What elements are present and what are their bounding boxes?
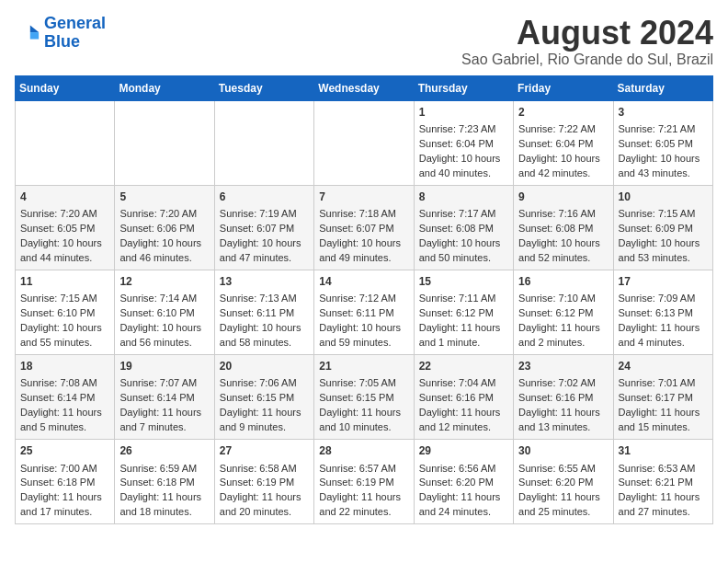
calendar-cell: 28Sunrise: 6:57 AMSunset: 6:19 PMDayligh…	[314, 440, 414, 524]
day-info: Sunset: 6:04 PM	[518, 137, 608, 152]
day-info: and 18 minutes.	[119, 505, 209, 520]
day-info: Sunrise: 7:02 AM	[518, 376, 608, 391]
calendar-cell: 27Sunrise: 6:58 AMSunset: 6:19 PMDayligh…	[214, 440, 313, 524]
day-number: 27	[220, 443, 309, 459]
calendar-cell: 19Sunrise: 7:07 AMSunset: 6:14 PMDayligh…	[115, 355, 214, 440]
logo-icon	[15, 20, 40, 46]
day-info: Sunset: 6:20 PM	[419, 476, 508, 490]
day-info: and 10 minutes.	[319, 420, 408, 435]
day-number: 10	[619, 190, 708, 205]
header-cell-friday: Friday	[514, 75, 613, 100]
day-number: 16	[518, 274, 608, 290]
day-info: Sunset: 6:21 PM	[619, 476, 708, 490]
day-info: Sunset: 6:11 PM	[319, 306, 408, 321]
day-info: Sunrise: 7:21 AM	[619, 122, 708, 137]
header-cell-thursday: Thursday	[414, 75, 513, 100]
calendar-cell: 7Sunrise: 7:18 AMSunset: 6:07 PMDaylight…	[314, 185, 414, 270]
day-info: Daylight: 10 hours	[619, 236, 708, 251]
day-info: Daylight: 11 hours	[319, 406, 408, 420]
day-info: Daylight: 11 hours	[220, 406, 309, 420]
day-info: Sunrise: 7:08 AM	[20, 376, 109, 391]
calendar-title: August 2024	[461, 15, 713, 52]
day-info: and 20 minutes.	[220, 505, 309, 520]
day-info: and 47 minutes.	[220, 251, 309, 266]
calendar-cell: 2Sunrise: 7:22 AMSunset: 6:04 PMDaylight…	[514, 100, 613, 185]
day-info: Sunset: 6:09 PM	[619, 222, 708, 236]
day-info: Sunrise: 7:00 AM	[20, 462, 109, 477]
day-info: Sunset: 6:08 PM	[518, 222, 608, 236]
day-number: 14	[319, 274, 408, 290]
day-info: Sunrise: 7:17 AM	[419, 207, 508, 222]
day-info: and 9 minutes.	[220, 420, 309, 435]
calendar-cell	[314, 100, 414, 185]
calendar-cell: 26Sunrise: 6:59 AMSunset: 6:18 PMDayligh…	[115, 440, 214, 524]
calendar-cell: 25Sunrise: 7:00 AMSunset: 6:18 PMDayligh…	[16, 440, 115, 524]
day-info: Sunrise: 7:07 AM	[119, 376, 209, 391]
day-info: Sunset: 6:07 PM	[220, 222, 309, 236]
day-info: Sunset: 6:19 PM	[319, 476, 408, 490]
day-number: 21	[319, 359, 408, 374]
day-info: Sunset: 6:05 PM	[20, 222, 109, 236]
day-number: 30	[518, 443, 608, 459]
day-info: Sunset: 6:14 PM	[20, 391, 109, 406]
day-number: 5	[119, 190, 209, 205]
calendar-cell	[214, 100, 313, 185]
day-info: Sunrise: 7:18 AM	[319, 207, 408, 222]
day-number: 20	[220, 359, 309, 374]
day-info: and 53 minutes.	[619, 251, 708, 266]
day-number: 7	[319, 190, 408, 205]
calendar-cell: 22Sunrise: 7:04 AMSunset: 6:16 PMDayligh…	[414, 355, 513, 440]
calendar-cell: 30Sunrise: 6:55 AMSunset: 6:20 PMDayligh…	[514, 440, 613, 524]
day-number: 2	[518, 105, 608, 121]
day-info: and 15 minutes.	[619, 420, 708, 435]
day-info: Sunrise: 7:04 AM	[419, 376, 508, 391]
day-info: and 46 minutes.	[119, 251, 209, 266]
calendar-cell: 12Sunrise: 7:14 AMSunset: 6:10 PMDayligh…	[115, 270, 214, 354]
day-info: Daylight: 11 hours	[419, 490, 508, 505]
calendar-cell: 10Sunrise: 7:15 AMSunset: 6:09 PMDayligh…	[613, 185, 712, 270]
calendar-cell: 16Sunrise: 7:10 AMSunset: 6:12 PMDayligh…	[514, 270, 613, 354]
day-info: Sunrise: 7:15 AM	[20, 292, 109, 306]
calendar-cell: 4Sunrise: 7:20 AMSunset: 6:05 PMDaylight…	[16, 185, 115, 270]
day-info: and 24 minutes.	[419, 505, 508, 520]
day-info: and 56 minutes.	[119, 336, 209, 350]
day-info: Sunset: 6:16 PM	[518, 391, 608, 406]
day-info: Sunset: 6:13 PM	[619, 306, 708, 321]
day-info: Sunset: 6:20 PM	[518, 476, 608, 490]
day-info: Sunrise: 7:15 AM	[619, 207, 708, 222]
calendar-cell	[16, 100, 115, 185]
calendar-cell: 11Sunrise: 7:15 AMSunset: 6:10 PMDayligh…	[16, 270, 115, 354]
day-number: 1	[419, 105, 508, 121]
header-cell-monday: Monday	[115, 75, 214, 100]
calendar-subtitle: Sao Gabriel, Rio Grande do Sul, Brazil	[461, 52, 713, 68]
day-number: 23	[518, 359, 608, 374]
day-info: and 52 minutes.	[518, 251, 608, 266]
week-row-1: 1Sunrise: 7:23 AMSunset: 6:04 PMDaylight…	[16, 100, 713, 185]
day-info: Sunset: 6:10 PM	[119, 306, 209, 321]
day-info: Daylight: 10 hours	[20, 236, 109, 251]
day-info: and 1 minute.	[419, 336, 508, 350]
day-info: Daylight: 11 hours	[518, 321, 608, 336]
day-info: Daylight: 11 hours	[119, 406, 209, 420]
calendar-cell: 18Sunrise: 7:08 AMSunset: 6:14 PMDayligh…	[16, 355, 115, 440]
day-info: Daylight: 11 hours	[319, 490, 408, 505]
day-info: Daylight: 10 hours	[419, 236, 508, 251]
day-info: Sunset: 6:19 PM	[220, 476, 309, 490]
day-number: 8	[419, 190, 508, 205]
calendar-cell: 31Sunrise: 6:53 AMSunset: 6:21 PMDayligh…	[613, 440, 712, 524]
day-info: and 2 minutes.	[518, 336, 608, 350]
day-info: Sunset: 6:14 PM	[119, 391, 209, 406]
day-info: Daylight: 11 hours	[518, 490, 608, 505]
week-row-3: 11Sunrise: 7:15 AMSunset: 6:10 PMDayligh…	[16, 270, 713, 354]
day-number: 3	[619, 105, 708, 121]
day-info: Sunset: 6:07 PM	[319, 222, 408, 236]
day-info: Sunrise: 7:11 AM	[419, 292, 508, 306]
day-number: 9	[518, 190, 608, 205]
day-info: Sunrise: 7:06 AM	[220, 376, 309, 391]
day-info: Sunset: 6:18 PM	[20, 476, 109, 490]
day-number: 22	[419, 359, 508, 374]
day-info: and 12 minutes.	[419, 420, 508, 435]
header-row: SundayMondayTuesdayWednesdayThursdayFrid…	[16, 75, 713, 100]
day-info: Sunset: 6:17 PM	[619, 391, 708, 406]
day-number: 13	[220, 274, 309, 290]
